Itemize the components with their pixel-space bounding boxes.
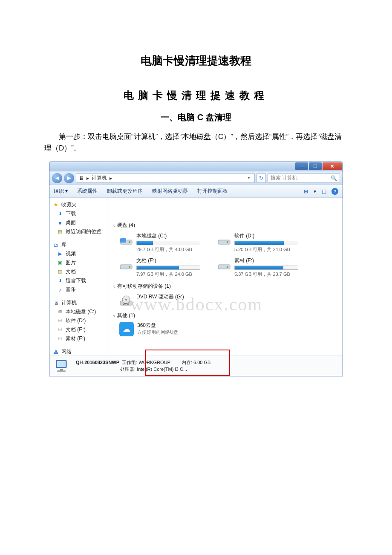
drive-capacity: 29.7 GB 可用，共 40.0 GB <box>136 246 205 253</box>
download-icon: ⬇ <box>57 278 63 284</box>
document-title: 电脑卡慢清理提速教程 <box>0 53 392 68</box>
control-panel-button[interactable]: 打开控制面板 <box>197 188 228 195</box>
computer-name: QH-20160823SNWP <box>76 360 119 365</box>
sidebar-item-thunder[interactable]: ⬇迅雷下载 <box>49 276 109 285</box>
sidebar-item-label: 迅雷下载 <box>66 277 86 284</box>
explorer-body: ★收藏夹 ⬇下载 ■桌面 ▤最近访问的位置 🗂库 ▶视频 ▣图片 ▥文档 ⬇迅雷… <box>49 198 343 356</box>
collapse-icon: ▿ <box>113 223 115 228</box>
sidebar-computer[interactable]: 🖥计算机 <box>49 298 109 307</box>
cloud-subtitle: 方便好用的网络U盘 <box>137 329 178 335</box>
sidebar-item-drive-d[interactable]: ⛁软件 (D:) <box>49 316 109 325</box>
drive-icon <box>217 232 231 246</box>
preview-pane-icon[interactable]: ◫ <box>320 188 327 195</box>
library-icon: 🗂 <box>53 242 59 248</box>
svg-rect-15 <box>60 369 63 370</box>
category-removable[interactable]: ▿有可移动存储的设备 (1) <box>113 282 338 291</box>
forward-button[interactable]: ▶ <box>64 173 74 183</box>
sidebar-item-music[interactable]: ♪音乐 <box>49 285 109 294</box>
search-icon: 🔍 <box>331 175 337 181</box>
breadcrumb[interactable]: 🖥 ▸ 计算机 ▸ ▾ <box>76 173 255 183</box>
sidebar-item-label: 计算机 <box>61 299 77 306</box>
search-input[interactable]: 搜索 计算机 🔍 <box>268 173 340 183</box>
drive-bar <box>136 266 200 270</box>
sidebar-item-label: 文档 <box>66 268 76 275</box>
drive-icon <box>217 257 231 271</box>
sidebar-item-label: 库 <box>61 241 66 249</box>
refresh-button[interactable]: ↻ <box>257 173 266 183</box>
sidebar-item-drive-e[interactable]: ⛁文档 (E:) <box>49 325 109 334</box>
sidebar-item-desktop[interactable]: ■桌面 <box>49 218 109 227</box>
download-icon: ⬇ <box>57 211 63 217</box>
svg-rect-1 <box>120 238 126 243</box>
computer-large-icon <box>54 358 71 374</box>
drive-g-dvd[interactable]: DVD DVD RW 驱动器 (G:) <box>119 293 205 307</box>
drive-d[interactable]: 软件 (D:) 5.20 GB 可用，共 24.0 GB <box>217 232 303 253</box>
cloud-drive-item[interactable]: ☁ 360云盘 方便好用的网络U盘 <box>113 320 338 336</box>
drive-icon: ⛁ <box>57 336 63 342</box>
organize-button[interactable]: 组织 ▾ <box>54 188 68 195</box>
desktop-icon: ■ <box>57 220 63 226</box>
sidebar-item-label: 桌面 <box>66 219 76 226</box>
maximize-button[interactable]: ☐ <box>309 162 322 170</box>
sidebar-item-label: 收藏夹 <box>61 201 77 208</box>
drive-icon <box>119 257 133 271</box>
drive-name: 文档 (E:) <box>136 257 205 264</box>
collapse-icon: ▿ <box>113 314 115 318</box>
help-icon[interactable]: ? <box>331 188 338 195</box>
drive-bar <box>234 241 298 245</box>
sidebar-item-recent[interactable]: ▤最近访问的位置 <box>49 227 109 236</box>
sidebar-item-label: 本地磁盘 (C:) <box>66 308 96 315</box>
uninstall-button[interactable]: 卸载或更改程序 <box>107 188 143 195</box>
sidebar-item-label: 音乐 <box>66 286 76 293</box>
sidebar-item-documents[interactable]: ▥文档 <box>49 267 109 276</box>
network-icon: 🖧 <box>53 349 59 355</box>
sidebar-favorites[interactable]: ★收藏夹 <box>49 200 109 209</box>
dvd-icon: DVD <box>119 293 133 307</box>
category-label: 其他 (1) <box>117 312 135 319</box>
sidebar-item-label: 最近访问的位置 <box>66 228 101 235</box>
breadcrumb-dropdown-icon[interactable]: ▾ <box>246 175 252 181</box>
sidebar-item-label: 文档 (E:) <box>66 326 86 333</box>
star-icon: ★ <box>53 202 59 208</box>
minimize-button[interactable]: — <box>295 162 308 170</box>
svg-point-11 <box>125 299 127 301</box>
drive-capacity: 7.97 GB 可用，共 24.0 GB <box>136 271 205 278</box>
drive-capacity: 5.20 GB 可用，共 24.0 GB <box>234 246 303 253</box>
sidebar-item-drive-f[interactable]: ⛁素材 (F:) <box>49 334 109 343</box>
category-other[interactable]: ▿其他 (1) <box>113 311 338 320</box>
computer-icon: 🖥 <box>79 175 84 181</box>
drive-e[interactable]: 文档 (E:) 7.97 GB 可用，共 24.0 GB <box>119 257 205 278</box>
map-drive-button[interactable]: 映射网络驱动器 <box>152 188 188 195</box>
category-hard-drives[interactable]: ▿硬盘 (4) <box>113 221 338 230</box>
sidebar-network[interactable]: 🖧网络 <box>49 347 109 356</box>
drive-icon: ⛁ <box>57 327 63 333</box>
svg-point-4 <box>227 241 228 243</box>
sidebar-item-drive-c[interactable]: ⛃本地磁盘 (C:) <box>49 307 109 316</box>
drive-icon: ⛁ <box>57 318 63 324</box>
drive-name: 本地磁盘 (C:) <box>136 232 205 240</box>
back-button[interactable]: ◀ <box>52 173 62 183</box>
sidebar-item-pictures[interactable]: ▣图片 <box>49 258 109 267</box>
music-icon: ♪ <box>57 287 63 293</box>
breadcrumb-sep-icon: ▸ <box>86 175 89 181</box>
drive-f[interactable]: 素材 (F:) 5.37 GB 可用，共 23.7 GB <box>217 257 303 278</box>
sidebar-library[interactable]: 🗂库 <box>49 240 109 249</box>
picture-icon: ▣ <box>57 260 63 266</box>
system-properties-button[interactable]: 系统属性 <box>77 188 98 195</box>
document-icon: ▥ <box>57 269 63 275</box>
view-dropdown-icon[interactable]: ▾ <box>314 188 316 194</box>
sidebar-item-label: 视频 <box>66 250 76 257</box>
category-label: 硬盘 (4) <box>117 222 135 229</box>
drive-capacity: 5.37 GB 可用，共 23.7 GB <box>234 271 303 278</box>
collapse-icon: ▿ <box>113 284 115 289</box>
section-heading: 一、电脑 C 盘清理 <box>0 112 392 123</box>
close-button[interactable]: ✕ <box>323 162 342 170</box>
drive-c[interactable]: 本地磁盘 (C:) 29.7 GB 可用，共 40.0 GB <box>119 232 205 253</box>
search-placeholder: 搜索 计算机 <box>271 174 297 182</box>
drive-grid: 本地磁盘 (C:) 29.7 GB 可用，共 40.0 GB 软件 (D:) 5… <box>113 230 338 282</box>
cloud-title: 360云盘 <box>137 322 178 329</box>
view-mode-icon[interactable]: ⊞ <box>303 188 309 195</box>
sidebar-item-downloads[interactable]: ⬇下载 <box>49 209 109 218</box>
step-paragraph: 第一步：双击电脑桌面“计算机”，选择“本地磁盘（C）”，然后选择“属性”，再选择… <box>0 131 392 154</box>
sidebar-item-videos[interactable]: ▶视频 <box>49 249 109 258</box>
